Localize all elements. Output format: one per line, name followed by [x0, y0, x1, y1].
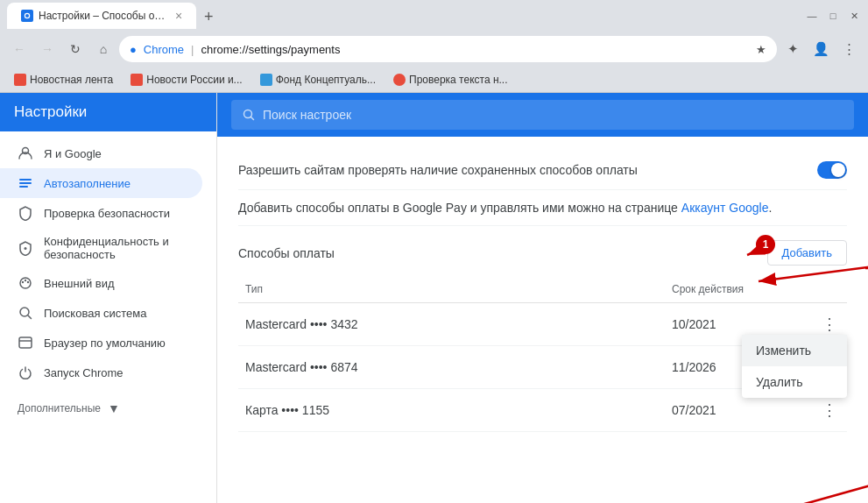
person-icon [18, 145, 33, 161]
svg-point-9 [25, 280, 26, 281]
extensions-icon[interactable]: ✦ [780, 37, 805, 61]
window-controls: — □ ✕ [805, 9, 861, 23]
shield-lock-icon [18, 240, 33, 256]
home-button[interactable]: ⌂ [91, 37, 116, 61]
payment-type: Mastercard •••• 6874 [238, 360, 672, 374]
tab-title: Настройки – Способы оплаты [39, 10, 170, 22]
sidebar-item-appearance[interactable]: Внешний вид [0, 268, 202, 298]
profile-icon[interactable]: 👤 [808, 37, 833, 61]
reload-button[interactable]: ↻ [63, 37, 88, 61]
browser-brand: Chrome [144, 43, 184, 56]
col-type-header: Тип [238, 283, 672, 295]
dropdown-item-delete[interactable]: Удалить [742, 366, 847, 398]
sidebar-item-label: Внешний вид [44, 277, 115, 290]
svg-rect-3 [19, 179, 32, 181]
payment-type: Карта •••• 1155 [238, 403, 672, 417]
settings-search[interactable]: Поиск настроек [231, 100, 854, 130]
add-payment-button[interactable]: Добавить [767, 240, 847, 266]
sidebar-item-label: Я и Google [44, 147, 102, 160]
bookmark-label: Проверка текста н... [409, 74, 508, 86]
active-tab[interactable]: Настройки – Способы оплаты × [7, 3, 196, 29]
menu-icon[interactable]: ⋮ [836, 37, 861, 61]
browser-frame: Настройки – Способы оплаты × + — □ ✕ ← →… [0, 0, 868, 503]
sidebar-item-me-google[interactable]: Я и Google [0, 138, 202, 168]
allow-sites-toggle[interactable] [817, 161, 847, 179]
tabs-area: Настройки – Способы оплаты × + [7, 3, 801, 29]
sidebar-nav: Я и Google Автозаполнение Проверка безоп… [0, 131, 216, 503]
payment-section: Способы оплаты Добавить Тип Срок действи… [238, 240, 847, 432]
info-text: Добавить способы оплаты в Google Pay и у… [238, 201, 681, 215]
bookmark-news-feed[interactable]: Новостная лента [7, 71, 120, 89]
back-button[interactable]: ← [7, 37, 32, 61]
new-tab-button[interactable]: + [196, 4, 221, 29]
shield-icon [18, 205, 33, 221]
close-button[interactable]: ✕ [847, 9, 861, 23]
bookmark-label: Фонд Концептуаль... [276, 74, 376, 86]
more-options-button[interactable]: ⋮ [817, 312, 842, 337]
payment-type: Mastercard •••• 3432 [238, 317, 672, 331]
svg-point-7 [20, 278, 31, 288]
payment-actions: ⋮ [812, 398, 847, 422]
bookmark-icon [14, 74, 26, 86]
sidebar-item-label: Поисковая система [44, 307, 147, 320]
svg-point-8 [22, 281, 24, 283]
svg-point-1 [25, 14, 29, 18]
payment-expiry: 07/2021 [672, 403, 812, 417]
sidebar-additional[interactable]: Дополнительные ▼ [0, 387, 216, 419]
payment-expiry: 10/2021 [672, 317, 812, 331]
payment-row-mastercard-3432: Mastercard •••• 3432 10/2021 ⋮ Изменить … [238, 303, 847, 346]
svg-rect-12 [19, 337, 32, 348]
bookmark-star-icon[interactable]: ★ [756, 43, 766, 56]
bookmark-icon [131, 74, 143, 86]
sidebar-item-search[interactable]: Поисковая система [0, 298, 202, 328]
sidebar: Настройки Я и Google Автозаполнение [0, 93, 217, 503]
bookmark-check-text[interactable]: Проверка текста н... [386, 71, 515, 89]
minimize-button[interactable]: — [805, 9, 819, 23]
sidebar-item-privacy[interactable]: Конфиденциальность и безопасность [0, 228, 202, 268]
sidebar-item-label: Запуск Chrome [44, 366, 123, 379]
sidebar-item-autofill[interactable]: Автозаполнение [0, 168, 202, 198]
search-icon [18, 305, 33, 321]
maximize-button[interactable]: □ [826, 9, 840, 23]
bookmark-fond[interactable]: Фонд Концептуаль... [253, 71, 383, 89]
browser-right-icons: ✦ 👤 ⋮ [780, 37, 861, 61]
bookmark-icon [393, 74, 406, 86]
dropdown-item-edit[interactable]: Изменить [742, 335, 847, 366]
browser-icon [18, 335, 33, 351]
palette-icon [18, 275, 33, 291]
bookmark-label: Новости России и... [146, 74, 242, 86]
sidebar-item-label: Конфиденциальность и безопасность [44, 235, 185, 261]
bookmark-label: Новостная лента [30, 74, 113, 86]
col-expiry-header: Срок действия [672, 283, 812, 295]
sidebar-header: Настройки [0, 93, 216, 131]
search-icon [242, 108, 256, 122]
sidebar-item-browser-default[interactable]: Браузер по умолчанию [0, 328, 202, 358]
address-url: chrome://settings/payments [201, 43, 750, 56]
sidebar-item-label: Проверка безопасности [44, 207, 170, 220]
address-bar-row: ← → ↻ ⌂ ● Chrome | chrome://settings/pay… [0, 32, 868, 67]
sidebar-item-security[interactable]: Проверка безопасности [0, 198, 202, 228]
payment-actions: ⋮ [812, 312, 847, 337]
tab-favicon [21, 10, 33, 22]
main-area: Настройки Я и Google Автозаполнение [0, 93, 868, 503]
content-area: Поиск настроек Разрешить сайтам проверят… [217, 93, 868, 503]
sidebar-item-startup[interactable]: Запуск Chrome [0, 358, 202, 387]
address-bar[interactable]: ● Chrome | chrome://settings/payments ★ [119, 36, 777, 62]
address-separator: | [191, 43, 194, 56]
svg-rect-5 [19, 186, 28, 188]
forward-button[interactable]: → [35, 37, 60, 61]
svg-point-6 [25, 247, 27, 250]
sidebar-title: Настройки [14, 103, 87, 120]
google-pay-info-row: Добавить способы оплаты в Google Pay и у… [238, 190, 847, 226]
toggle-knob [831, 163, 845, 177]
content-body: Разрешить сайтам проверять наличие сохра… [217, 137, 868, 446]
google-account-link[interactable]: Аккаунт Google [681, 201, 769, 215]
payment-methods-title: Способы оплаты [238, 246, 335, 260]
power-icon [18, 365, 33, 380]
svg-rect-4 [19, 182, 32, 184]
search-placeholder: Поиск настроек [263, 108, 351, 122]
more-options-button[interactable]: ⋮ [817, 398, 842, 422]
close-tab-button[interactable]: × [175, 9, 182, 23]
bookmark-russia-news[interactable]: Новости России и... [123, 71, 249, 89]
svg-point-10 [27, 281, 29, 283]
